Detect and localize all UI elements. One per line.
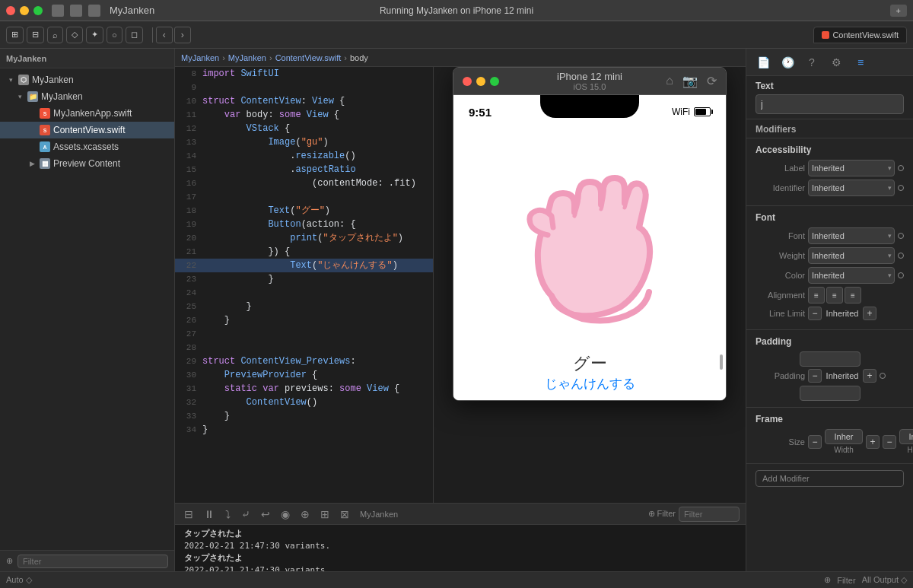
line-content-30[interactable]: PreviewProvider {: [202, 368, 433, 382]
frame-width-minus[interactable]: −: [808, 435, 822, 449]
inspector-file-icon[interactable]: 📄: [756, 55, 771, 70]
inspector-help-icon[interactable]: ?: [804, 55, 819, 70]
frame-height-minus[interactable]: −: [883, 435, 896, 449]
sim-home-icon[interactable]: ⌂: [666, 74, 673, 88]
add-modifier-button[interactable]: Add Modifier: [756, 470, 904, 487]
line-limit-minus[interactable]: −: [808, 307, 822, 320]
line-content-14[interactable]: .resizable(): [202, 149, 433, 163]
close-button[interactable]: [6, 6, 15, 15]
line-content-33[interactable]: }: [202, 409, 433, 423]
minimize-button[interactable]: [20, 6, 29, 15]
line-content-32[interactable]: ContentView(): [202, 396, 433, 409]
inspector-settings-icon[interactable]: ⚙: [829, 55, 844, 70]
line-content-8[interactable]: import SwiftUI: [202, 67, 433, 81]
line-content-12[interactable]: VStack {: [202, 122, 433, 135]
console-step-btn[interactable]: ⤵: [222, 508, 234, 520]
padding-plus[interactable]: +: [863, 369, 876, 383]
status-filter[interactable]: Filter: [837, 576, 855, 585]
color-select[interactable]: Inherited: [808, 267, 895, 284]
line-limit-plus[interactable]: +: [863, 307, 876, 320]
console-step3-btn[interactable]: ↩: [258, 508, 273, 520]
sim-camera-icon[interactable]: 📷: [682, 74, 698, 88]
align-left-btn[interactable]: ≡: [808, 287, 825, 304]
code-editor[interactable]: 8import SwiftUI910struct ContentView: Vi…: [175, 67, 434, 503]
sim-text-janken[interactable]: じゃんけんする: [545, 375, 635, 393]
sim-maximize[interactable]: [490, 77, 499, 86]
console-filter-input[interactable]: [679, 507, 740, 522]
line-content-22[interactable]: Text("じゃんけんする"): [202, 259, 433, 272]
line-content-13[interactable]: Image("gu"): [202, 135, 433, 149]
line-content-17[interactable]: [202, 190, 433, 204]
sidebar-item-myjanken-project[interactable]: ▾ ⬡ MyJanken: [0, 72, 174, 88]
line-content-21[interactable]: }) {: [202, 245, 433, 259]
breadcrumb-myjanken-2[interactable]: MyJanken: [228, 53, 266, 62]
status-all-output[interactable]: All Output ◇: [862, 575, 907, 585]
align-right-btn[interactable]: ≡: [845, 287, 861, 304]
align-center-btn[interactable]: ≡: [826, 287, 843, 304]
editor-content[interactable]: 8import SwiftUI910struct ContentView: Vi…: [175, 67, 433, 503]
sidebar-item-preview-content[interactable]: ▶ ▦ Preview Content: [0, 155, 174, 172]
sim-close[interactable]: [463, 77, 472, 86]
sidebar-item-assets[interactable]: A Assets.xcassets: [0, 138, 174, 155]
breadcrumb-myjanken-1[interactable]: MyJanken: [181, 53, 219, 62]
padding-top-input[interactable]: [800, 351, 861, 367]
sidebar-filter-input[interactable]: [17, 555, 168, 568]
breadcrumb-contentview[interactable]: ContentView.swift: [275, 53, 342, 62]
accessibility-identifier-select[interactable]: Inherited: [808, 180, 895, 196]
code-line-29: 29struct ContentView_Previews:: [175, 354, 433, 368]
line-content-10[interactable]: struct ContentView: View {: [202, 94, 433, 108]
line-content-27[interactable]: [202, 327, 433, 341]
sim-rotate-icon[interactable]: ⟳: [707, 74, 717, 88]
toolbar-icon-2[interactable]: ⊟: [27, 27, 44, 43]
search-icon[interactable]: ⌕: [47, 27, 63, 43]
add-button[interactable]: +: [890, 5, 907, 17]
console-clear-btn[interactable]: ⊟: [181, 508, 196, 520]
sim-minimize[interactable]: [476, 77, 485, 86]
sidebar-item-myjanken-folder[interactable]: ▾ 📁 MyJanken: [0, 88, 174, 105]
line-content-16[interactable]: (contentMode: .fit): [202, 176, 433, 190]
line-content-24[interactable]: [202, 286, 433, 300]
padding-minus[interactable]: −: [808, 369, 822, 383]
padding-bottom-input[interactable]: [800, 386, 861, 401]
console-step2-btn[interactable]: ⤶: [238, 508, 253, 520]
sidebar-item-myjankenapp[interactable]: S MyJankenApp.swift: [0, 105, 174, 122]
sidebar-item-contentview[interactable]: S ContentView.swift: [0, 122, 174, 138]
toolbar-icon-1[interactable]: ⊞: [6, 27, 24, 43]
bookmark-icon[interactable]: ✦: [86, 27, 103, 43]
accessibility-label-select[interactable]: Inherited: [808, 160, 895, 176]
line-content-25[interactable]: }: [202, 300, 433, 313]
line-content-28[interactable]: [202, 341, 433, 354]
console-btn-6[interactable]: ⊕: [297, 508, 313, 520]
line-content-18[interactable]: Text("グー"): [202, 204, 433, 218]
frame-height-input[interactable]: [899, 429, 913, 444]
warning-icon[interactable]: ◇: [66, 27, 83, 43]
console-pause-btn[interactable]: ⏸: [201, 508, 218, 520]
inspector-attr-icon[interactable]: ≡: [853, 55, 868, 70]
line-content-34[interactable]: }: [202, 423, 433, 437]
line-content-15[interactable]: .aspectRatio: [202, 163, 433, 176]
line-content-11[interactable]: var body: some View {: [202, 108, 433, 122]
console-btn-8[interactable]: ⊠: [337, 508, 352, 520]
console-btn-5[interactable]: ◉: [278, 508, 293, 520]
shape-icon[interactable]: ○: [107, 27, 122, 43]
frame-width-input[interactable]: [825, 429, 863, 444]
nav-back-btn[interactable]: ‹: [156, 27, 173, 43]
text-value-input[interactable]: [756, 94, 904, 114]
line-content-9[interactable]: [202, 81, 433, 94]
status-auto[interactable]: Auto ◇: [6, 575, 32, 585]
maximize-button[interactable]: [33, 6, 43, 15]
line-content-20[interactable]: print("タップされたよ"): [202, 231, 433, 245]
console-btn-7[interactable]: ⊞: [317, 508, 332, 520]
line-content-26[interactable]: }: [202, 313, 433, 327]
pin-icon[interactable]: ◻: [126, 27, 143, 43]
line-content-29[interactable]: struct ContentView_Previews:: [202, 354, 433, 368]
font-select[interactable]: Inherited: [808, 227, 895, 244]
line-content-23[interactable]: }: [202, 272, 433, 286]
line-content-19[interactable]: Button(action: {: [202, 218, 433, 231]
weight-select[interactable]: Inherited: [808, 247, 895, 264]
nav-fwd-btn[interactable]: ›: [174, 27, 191, 43]
editor-tab-contentview[interactable]: ContentView.swift: [813, 27, 907, 43]
frame-width-plus[interactable]: +: [866, 435, 880, 449]
inspector-history-icon[interactable]: 🕐: [780, 55, 795, 70]
line-content-31[interactable]: static var previews: some View {: [202, 382, 433, 396]
